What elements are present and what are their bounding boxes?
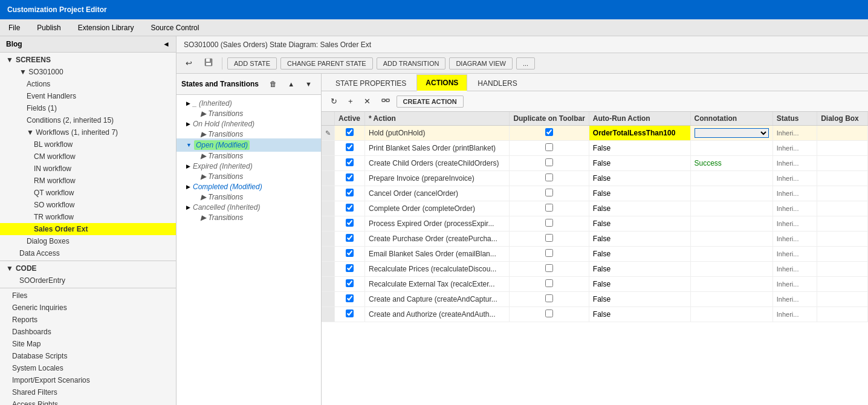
- active-cell[interactable]: [335, 216, 365, 232]
- duplicate-toolbar-checkbox[interactable]: [545, 128, 553, 136]
- sidebar-item-cm-workflow[interactable]: CM workflow: [0, 151, 176, 163]
- create-action-button[interactable]: CREATE ACTION: [397, 96, 464, 108]
- duplicate-toolbar-cell[interactable]: [510, 216, 589, 232]
- tab-actions[interactable]: ACTIONS: [416, 74, 467, 91]
- active-checkbox[interactable]: [346, 204, 354, 212]
- undo-button[interactable]: ↩: [181, 56, 196, 70]
- sidebar-item-generic-inquiries[interactable]: Generic Inquiries: [0, 302, 176, 314]
- active-checkbox[interactable]: [346, 279, 354, 287]
- sidebar-item-qt-workflow[interactable]: QT workflow: [0, 187, 176, 199]
- sidebar-item-site-map[interactable]: Site Map: [0, 338, 176, 350]
- sidebar-item-soorderentry[interactable]: SOOrderEntry: [0, 274, 176, 287]
- duplicate-toolbar-checkbox[interactable]: [545, 264, 553, 272]
- sidebar-item-data-access[interactable]: Data Access: [0, 247, 176, 259]
- sidebar-item-bl-workflow[interactable]: BL workflow: [0, 138, 176, 151]
- add-state-button[interactable]: ADD STATE: [227, 57, 277, 70]
- active-checkbox[interactable]: [346, 158, 354, 166]
- sidebar-item-event-handlers[interactable]: Event Handlers: [0, 90, 176, 102]
- refresh-actions-button[interactable]: ↻: [326, 94, 342, 108]
- sidebar-item-access-rights[interactable]: Access Rights: [0, 398, 176, 405]
- sidebar-item-system-locales[interactable]: System Locales: [0, 362, 176, 374]
- sidebar-item-dashboards[interactable]: Dashboards: [0, 326, 176, 338]
- duplicate-toolbar-cell[interactable]: [510, 262, 589, 277]
- active-cell[interactable]: [335, 307, 365, 322]
- more-button[interactable]: ...: [516, 57, 535, 70]
- sidebar-item-sales-order-ext[interactable]: Sales Order Ext: [0, 223, 176, 235]
- sidebar-section-code[interactable]: ▼ CODE: [0, 262, 176, 274]
- sidebar-section-screens[interactable]: ▼ SCREENS: [0, 54, 176, 66]
- active-cell[interactable]: [335, 186, 365, 201]
- duplicate-toolbar-checkbox[interactable]: [545, 234, 553, 242]
- connotation-cell[interactable]: [690, 126, 772, 141]
- active-checkbox[interactable]: [346, 309, 354, 317]
- duplicate-toolbar-checkbox[interactable]: [545, 249, 553, 257]
- duplicate-toolbar-checkbox[interactable]: [545, 158, 553, 166]
- state-item-on-hold[interactable]: ▶ On Hold (Inherited): [177, 118, 321, 130]
- state-item-cancelled[interactable]: ▶ Cancelled (Inherited): [177, 201, 321, 213]
- duplicate-toolbar-checkbox[interactable]: [545, 294, 553, 302]
- remove-action-button[interactable]: ✕: [360, 94, 375, 108]
- duplicate-toolbar-cell[interactable]: [510, 186, 589, 201]
- active-cell[interactable]: [335, 126, 365, 141]
- active-checkbox[interactable]: [346, 219, 354, 227]
- duplicate-toolbar-checkbox[interactable]: [545, 173, 553, 181]
- sidebar-item-shared-filters[interactable]: Shared Filters: [0, 386, 176, 398]
- add-transition-button[interactable]: ADD TRANSITION: [377, 57, 446, 70]
- active-cell[interactable]: [335, 292, 365, 307]
- transitions-completed[interactable]: ▶ Transitions: [177, 193, 321, 201]
- sidebar-item-tr-workflow[interactable]: TR workflow: [0, 211, 176, 223]
- active-cell[interactable]: [335, 277, 365, 292]
- connotation-select[interactable]: [695, 128, 769, 138]
- menu-extension-library[interactable]: Extension Library: [74, 22, 138, 33]
- sidebar-item-database-scripts[interactable]: Database Scripts: [0, 350, 176, 362]
- change-parent-state-button[interactable]: CHANGE PARENT STATE: [280, 57, 373, 70]
- add-action-button[interactable]: +: [344, 94, 357, 108]
- duplicate-toolbar-cell[interactable]: [510, 277, 589, 292]
- active-checkbox[interactable]: [346, 173, 354, 181]
- active-cell[interactable]: [335, 247, 365, 262]
- state-item-expired[interactable]: ▶ Expired (Inherited): [177, 160, 321, 172]
- active-checkbox[interactable]: [346, 264, 354, 272]
- duplicate-toolbar-cell[interactable]: [510, 247, 589, 262]
- active-checkbox[interactable]: [346, 234, 354, 242]
- sidebar-item-rm-workflow[interactable]: RM workflow: [0, 175, 176, 187]
- sidebar-item-so-workflow[interactable]: SO workflow: [0, 199, 176, 211]
- sidebar-item-so301000[interactable]: ▼ SO301000: [0, 66, 176, 78]
- active-checkbox[interactable]: [346, 143, 354, 151]
- duplicate-toolbar-checkbox[interactable]: [545, 219, 553, 227]
- active-checkbox[interactable]: [346, 249, 354, 257]
- duplicate-toolbar-checkbox[interactable]: [545, 189, 553, 196]
- sidebar-item-conditions[interactable]: Conditions (2, inherited 15): [0, 114, 176, 126]
- duplicate-toolbar-cell[interactable]: [510, 232, 589, 247]
- move-up-button[interactable]: ▲: [283, 78, 299, 90]
- active-cell[interactable]: [335, 232, 365, 247]
- menu-publish[interactable]: Publish: [33, 22, 64, 33]
- sidebar-item-workflows[interactable]: ▼ Workflows (1, inherited 7): [0, 126, 176, 138]
- duplicate-toolbar-cell[interactable]: [510, 171, 589, 186]
- duplicate-toolbar-cell[interactable]: [510, 156, 589, 171]
- transitions-open[interactable]: ▶ Transitions: [177, 152, 321, 160]
- transitions-on-hold[interactable]: ▶ Transitions: [177, 130, 321, 138]
- link-action-button[interactable]: [377, 94, 394, 109]
- transitions-inherited[interactable]: ▶ Transitions: [177, 109, 321, 118]
- active-cell[interactable]: [335, 156, 365, 171]
- sidebar-item-dialog-boxes[interactable]: Dialog Boxes: [0, 235, 176, 247]
- sidebar-collapse-icon[interactable]: ◄: [163, 40, 170, 48]
- duplicate-toolbar-cell[interactable]: [510, 201, 589, 216]
- duplicate-toolbar-checkbox[interactable]: [545, 279, 553, 287]
- state-item-open[interactable]: ▼ Open (Modified): [177, 138, 321, 152]
- active-checkbox[interactable]: [346, 294, 354, 302]
- duplicate-toolbar-checkbox[interactable]: [545, 309, 553, 317]
- move-down-button[interactable]: ▼: [301, 78, 316, 90]
- duplicate-toolbar-cell[interactable]: [510, 307, 589, 322]
- sidebar-item-in-workflow[interactable]: IN workflow: [0, 163, 176, 175]
- sidebar-item-import-export-scenarios[interactable]: Import/Export Scenarios: [0, 374, 176, 386]
- sidebar-item-reports[interactable]: Reports: [0, 314, 176, 326]
- active-checkbox[interactable]: [346, 189, 354, 196]
- menu-file[interactable]: File: [5, 22, 24, 33]
- duplicate-toolbar-checkbox[interactable]: [545, 204, 553, 212]
- active-cell[interactable]: [335, 201, 365, 216]
- state-item-completed[interactable]: ▶ Completed (Modified): [177, 181, 321, 193]
- active-checkbox[interactable]: [346, 128, 354, 136]
- tab-state-properties[interactable]: STATE PROPERTIES: [326, 75, 415, 91]
